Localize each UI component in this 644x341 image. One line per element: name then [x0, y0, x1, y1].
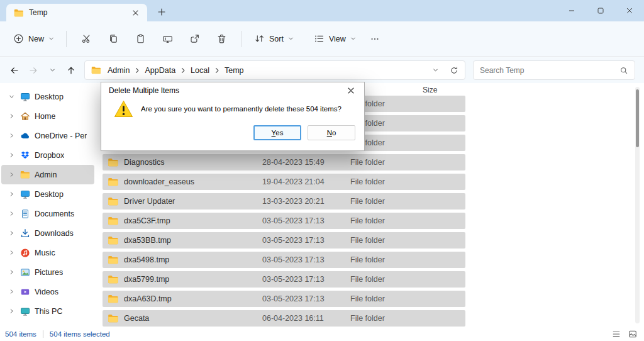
rename-button[interactable]	[157, 28, 178, 49]
view-button[interactable]: View	[308, 28, 362, 49]
maximize-button[interactable]	[586, 0, 615, 21]
file-row[interactable]: dxa5C3F.tmp 03-05-2023 17:13 File folder	[103, 213, 465, 229]
file-row[interactable]: dxa53BB.tmp 03-05-2023 17:13 File folder	[103, 232, 465, 249]
minimize-button[interactable]	[557, 0, 586, 21]
file-name: Diagnostics	[124, 158, 262, 167]
sidebar-item-dropbox[interactable]: Dropbox	[1, 145, 94, 165]
close-button[interactable]	[615, 0, 644, 21]
document-icon	[19, 208, 30, 219]
items-count: 504 items	[5, 330, 36, 338]
yes-button[interactable]: Yes	[253, 125, 301, 140]
up-button[interactable]	[62, 61, 80, 80]
chevron-right-icon[interactable]	[8, 269, 15, 275]
chevron-down-icon[interactable]	[8, 94, 15, 99]
search-input[interactable]	[480, 66, 619, 75]
file-row[interactable]: downloader_easeus 19-04-2023 21:04 File …	[103, 174, 465, 190]
file-row[interactable]: dxaA63D.tmp 03-05-2023 17:13 File folder	[103, 291, 465, 307]
address-dropdown-button[interactable]	[427, 62, 443, 79]
recent-locations-button[interactable]	[43, 61, 62, 80]
breadcrumb-separator-icon[interactable]	[214, 67, 219, 74]
dialog-title-bar[interactable]: Delete Multiple Items	[101, 82, 364, 99]
refresh-icon	[450, 66, 458, 75]
column-header-size[interactable]: Size	[423, 86, 437, 94]
forward-button[interactable]	[24, 61, 43, 80]
chevron-right-icon[interactable]	[8, 250, 15, 255]
file-name: dxa53BB.tmp	[124, 236, 262, 245]
file-row[interactable]: dxa5498.tmp 03-05-2023 17:13 File folder	[103, 252, 465, 268]
file-row[interactable]: Diagnostics 28-04-2023 15:49 File folder	[103, 154, 465, 170]
warning-icon	[114, 100, 133, 118]
sidebar-item-label: Home	[35, 112, 55, 121]
sidebar-item-desktop[interactable]: Desktop	[1, 184, 94, 204]
sidebar-item-label: Admin	[35, 170, 57, 179]
delete-dialog: Delete Multiple Items Are you sure you w…	[101, 82, 365, 151]
sidebar-item-onedrive[interactable]: OneDrive - Per	[1, 126, 94, 145]
paste-button[interactable]	[130, 28, 151, 49]
chevron-right-icon[interactable]	[8, 211, 15, 216]
sidebar-item-downloads[interactable]: Downloads	[1, 223, 94, 243]
chevron-down-icon	[288, 36, 294, 42]
address-bar[interactable]: Admin AppData Local Temp	[84, 60, 465, 80]
folder-icon	[108, 255, 119, 264]
file-row[interactable]: Gecata 06-04-2023 16:11 File folder	[103, 310, 465, 327]
chevron-right-icon[interactable]	[8, 191, 15, 197]
file-row[interactable]: dxa5799.tmp 03-05-2023 17:13 File folder	[103, 271, 465, 288]
view-button-label: View	[329, 35, 346, 43]
new-tab-button[interactable]	[155, 5, 169, 19]
breadcrumb-item[interactable]: Admin	[106, 64, 131, 77]
cut-button[interactable]	[76, 28, 97, 49]
large-icons-view-button[interactable]	[626, 328, 639, 340]
chevron-right-icon[interactable]	[8, 172, 15, 177]
file-name: Driver Updater	[124, 197, 262, 206]
file-row[interactable]: Driver Updater 13-03-2023 20:21 File fol…	[103, 193, 465, 210]
refresh-button[interactable]	[446, 62, 462, 79]
sidebar-item-documents[interactable]: Documents	[1, 204, 94, 223]
breadcrumb-item[interactable]: Local	[189, 64, 211, 77]
search-box[interactable]	[473, 60, 635, 80]
breadcrumb-item[interactable]: Temp	[223, 64, 245, 77]
file-name: dxa5799.tmp	[124, 275, 262, 284]
tab-close-icon[interactable]	[128, 6, 142, 20]
folder-icon	[108, 216, 119, 225]
no-button-label: No	[327, 129, 336, 137]
file-type: File folder	[350, 275, 385, 284]
chevron-down-icon	[49, 67, 56, 74]
sidebar-item-admin[interactable]: Admin	[1, 165, 94, 184]
new-button[interactable]: New	[8, 28, 60, 49]
breadcrumb-item[interactable]: AppData	[143, 64, 177, 77]
more-options-button[interactable]	[365, 29, 385, 49]
vertical-scrollbar[interactable]	[635, 87, 640, 323]
details-view-button[interactable]	[610, 328, 623, 340]
file-name: dxa5498.tmp	[124, 255, 262, 264]
back-button[interactable]	[5, 61, 24, 80]
chevron-right-icon[interactable]	[8, 113, 15, 119]
chevron-right-icon[interactable]	[8, 230, 15, 236]
sidebar-item-home[interactable]: Home	[1, 106, 94, 126]
tab-temp[interactable]: Temp	[6, 4, 147, 21]
chevron-right-icon[interactable]	[8, 152, 15, 158]
chevron-right-icon[interactable]	[8, 308, 15, 314]
breadcrumb-separator-icon[interactable]	[180, 67, 186, 74]
dialog-close-button[interactable]	[338, 82, 364, 99]
chevron-right-icon[interactable]	[8, 289, 15, 294]
breadcrumb-separator-icon[interactable]	[135, 67, 140, 74]
sort-button[interactable]: Sort	[248, 28, 299, 49]
file-type: File folder	[350, 158, 385, 167]
sidebar-item-pictures[interactable]: Pictures	[1, 262, 94, 282]
file-date: 19-04-2023 21:04	[262, 177, 350, 186]
sort-button-label: Sort	[269, 35, 284, 43]
sidebar-item-partial[interactable]	[1, 321, 94, 327]
share-button[interactable]	[184, 28, 205, 49]
sidebar-item-this-pc[interactable]: This PC	[1, 301, 94, 321]
no-button[interactable]: No	[308, 125, 355, 140]
scrollbar-thumb[interactable]	[636, 89, 639, 147]
dialog-body: Are you sure you want to permanently del…	[101, 99, 364, 121]
sidebar-item-desktop-pinned[interactable]: Desktop	[1, 87, 94, 106]
chevron-right-icon[interactable]	[8, 133, 15, 138]
copy-button[interactable]	[103, 28, 124, 49]
sidebar-item-videos[interactable]: Videos	[1, 282, 94, 301]
navigation-pane: Desktop Home OneDrive - Per Dropbox	[0, 83, 96, 327]
sidebar-item-music[interactable]: Music	[1, 243, 94, 262]
file-date: 03-05-2023 17:13	[262, 275, 350, 284]
delete-button[interactable]	[211, 28, 232, 49]
